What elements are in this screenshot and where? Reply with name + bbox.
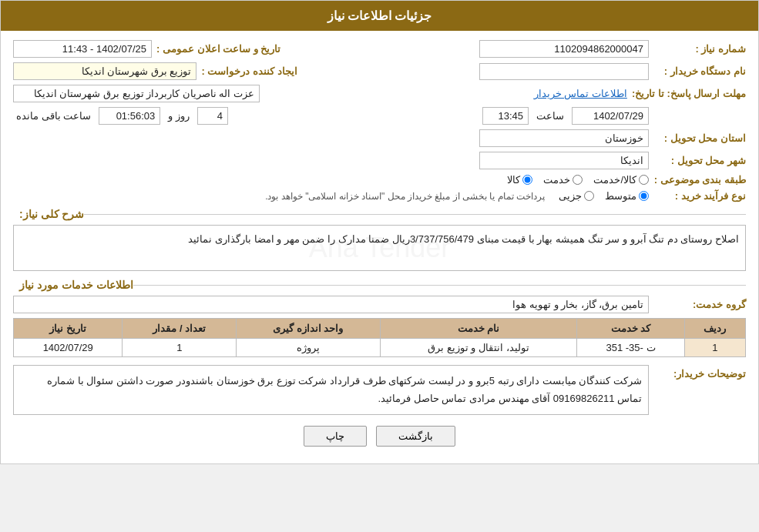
radio-input-khedmat[interactable]	[573, 175, 583, 185]
print-button[interactable]: چاپ	[304, 426, 367, 447]
radio-input-kala-khedmat[interactable]	[639, 175, 649, 185]
service-table: ردیف کد خدمت نام خدمت واحد اندازه گیری ت…	[13, 318, 746, 357]
service-info-divider: اطلاعات خدمات مورد نیاز	[13, 279, 746, 291]
need-description-divider: شرح کلی نیاز:	[13, 208, 746, 220]
buttons-row: بازگشت چاپ	[13, 426, 746, 447]
col-code: کد خدمت	[577, 319, 685, 339]
province-label: استان محل تحویل :	[653, 132, 746, 144]
day-label: روز و	[168, 110, 190, 122]
main-content: شماره نیاز : 1102094862000047 تاریخ و سا…	[1, 31, 758, 463]
col-num: ردیف	[684, 319, 745, 339]
service-group-value: تامین برق، گاز، بخار و تهویه هوا	[13, 296, 649, 313]
time-label: ساعت	[536, 110, 564, 122]
remaining-label: ساعت باقی مانده	[16, 110, 91, 122]
radio-kala[interactable]: کالا	[507, 174, 532, 186]
radio-kala-khedmat[interactable]: کالا/خدمت	[593, 174, 649, 186]
radio-input-jozei[interactable]	[584, 191, 594, 201]
province-value: خوزستان	[479, 129, 649, 147]
page-header: جزئیات اطلاعات نیاز	[1, 1, 758, 31]
radio-label-jozei: جزیی	[559, 190, 582, 202]
radio-label-khedmat: خدمت	[543, 174, 570, 186]
row-city: شهر محل تحویل : اندیکا	[13, 152, 746, 169]
col-date: تاریخ نیاز	[14, 319, 123, 339]
city-value: اندیکا	[479, 152, 649, 169]
buyer-org-label: نام دستگاه خریدار :	[653, 65, 746, 77]
buyer-org-value	[479, 63, 649, 80]
cell-name: تولید، انتقال و توزیع برق	[380, 339, 577, 357]
date-value: 1402/07/29	[572, 107, 649, 125]
time-value: 13:45	[482, 107, 529, 125]
row-send-deadline: مهلت ارسال پاسخ: تا تاریخ: اطلاعات تماس …	[13, 85, 746, 102]
creator-label: ایجاد کننده درخواست :	[201, 65, 297, 77]
process-label: نوع فرآیند خرید :	[653, 190, 746, 202]
need-description-container: اصلاح روستای دم تنگ آبرو و سر تنگ همیشه …	[13, 225, 746, 271]
col-count: تعداد / مقدار	[123, 319, 237, 339]
radio-input-kala[interactable]	[522, 175, 532, 185]
row-process: نوع فرآیند خرید : متوسط جزیی پرداخت تمام…	[13, 190, 746, 202]
category-radio-group: کالا/خدمت خدمت کالا	[507, 174, 649, 186]
row-buyer-org: نام دستگاه خریدار : ایجاد کننده درخواست …	[13, 62, 746, 80]
send-deadline-label: مهلت ارسال پاسخ: تا تاریخ:	[632, 88, 746, 99]
cell-code: ت -35- 351	[577, 339, 685, 357]
col-name: نام خدمت	[380, 319, 577, 339]
need-description-text: اصلاح روستای دم تنگ آبرو و سر تنگ همیشه …	[13, 225, 746, 271]
announce-date-value: 1402/07/25 - 11:43	[13, 40, 152, 58]
radio-khedmat[interactable]: خدمت	[543, 174, 583, 186]
row-service-group: گروه خدمت: تامین برق، گاز، بخار و تهویه …	[13, 296, 746, 313]
buyer-notes-text: شرکت کنندگان میابست دارای رتبه 5برو و در…	[13, 365, 649, 415]
service-info-section-title: اطلاعات خدمات مورد نیاز	[19, 279, 133, 291]
buyer-notes-label: توضیحات خریدار:	[653, 368, 746, 380]
need-description-section-title: شرح کلی نیاز:	[19, 208, 84, 220]
day-value: 4	[197, 107, 228, 125]
city-label: شهر محل تحویل :	[653, 155, 746, 166]
description-request: عزت اله ناصریان کاربرداز توزیع برق شهرست…	[13, 85, 260, 102]
row-need-number: شماره نیاز : 1102094862000047 تاریخ و سا…	[13, 40, 746, 58]
col-unit: واحد اندازه گیری	[237, 319, 380, 339]
cell-num: 1	[684, 339, 745, 357]
process-note: پرداخت تمام یا بخشی از مبلغ خریداز محل "…	[265, 191, 545, 202]
radio-label-motavaset: متوسط	[605, 190, 636, 202]
table-row: 1 ت -35- 351 تولید، انتقال و توزیع برق پ…	[14, 339, 746, 357]
cell-date: 1402/07/29	[14, 339, 123, 357]
row-category: طبقه بندی موضوعی : کالا/خدمت خدمت کالا	[13, 174, 746, 186]
row-date-time: placeholder 1402/07/29 ساعت 13:45 4 روز …	[13, 107, 746, 125]
row-buyer-notes: توضیحات خریدار: شرکت کنندگان میابست دارا…	[13, 365, 746, 415]
need-number-label: شماره نیاز :	[653, 43, 746, 55]
announce-date-label: تاریخ و ساعت اعلان عمومی :	[156, 43, 280, 55]
radio-jozei[interactable]: جزیی	[559, 190, 594, 202]
cell-unit: پروژه	[237, 339, 380, 357]
header-title: جزئیات اطلاعات نیاز	[327, 9, 432, 22]
cell-count: 1	[123, 339, 237, 357]
radio-motavaset[interactable]: متوسط	[605, 190, 649, 202]
category-label: طبقه بندی موضوعی :	[653, 174, 746, 186]
radio-label-kala-khedmat: کالا/خدمت	[593, 174, 636, 186]
back-button[interactable]: بازگشت	[376, 426, 455, 447]
creator-value: توزیع برق شهرستان اندیکا	[13, 62, 196, 80]
row-province: استان محل تحویل : خوزستان	[13, 129, 746, 147]
radio-label-kala: کالا	[507, 174, 520, 186]
contact-info-link[interactable]: اطلاعات تماس خریدار	[534, 88, 627, 99]
remaining-value: 01:56:03	[99, 107, 160, 125]
service-group-label: گروه خدمت:	[653, 299, 746, 310]
radio-input-motavaset[interactable]	[639, 191, 649, 201]
process-radio-group: متوسط جزیی	[559, 190, 649, 202]
need-number-value: 1102094862000047	[479, 40, 649, 58]
